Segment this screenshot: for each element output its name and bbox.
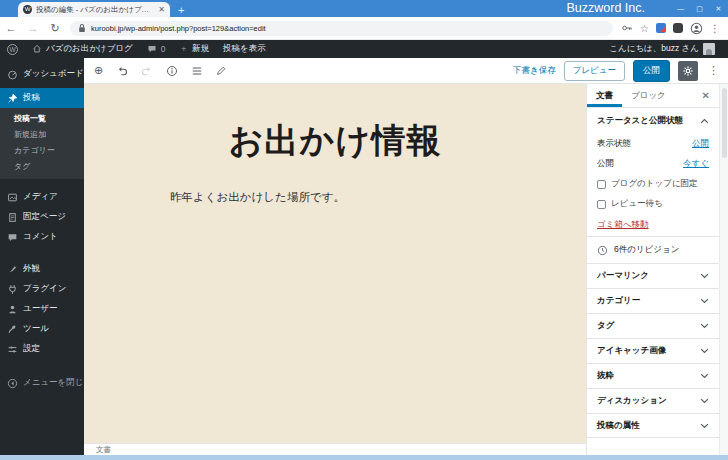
sidebar-item-settings[interactable]: 設定 xyxy=(0,339,84,359)
publish-row: 公開 今すぐ xyxy=(587,154,719,174)
redo-icon[interactable] xyxy=(141,65,153,76)
greeting-label: こんにちは、buzz さん xyxy=(609,43,699,55)
post-paragraph[interactable]: 昨年よくお出かけした場所です。 xyxy=(170,190,586,205)
collapse-menu-button[interactable]: メニューを閉じる xyxy=(0,373,84,393)
more-options-icon[interactable]: ⋮ xyxy=(706,64,721,77)
chevron-up-icon xyxy=(700,118,709,124)
submenu-item-add-new[interactable]: 新規追加 xyxy=(0,126,84,142)
save-draft-button[interactable]: 下書き保存 xyxy=(513,65,556,77)
browser-menu-icon[interactable]: ⋮ xyxy=(710,23,720,34)
sidebar-item-appearance[interactable]: 外観 xyxy=(0,259,84,279)
sidebar-item-posts[interactable]: 投稿 xyxy=(0,88,84,108)
sticky-checkbox-row: ブログのトップに固定 xyxy=(587,174,719,194)
key-icon[interactable] xyxy=(621,22,633,34)
sidebar-label: メニューを閉じる xyxy=(23,377,92,389)
section-discussion[interactable]: ディスカッション xyxy=(587,388,719,413)
editor-canvas[interactable]: お出かけ情報 昨年よくお出かけした場所です。 xyxy=(84,84,586,443)
section-featured-image[interactable]: アイキャッチ画像 xyxy=(587,338,719,363)
new-content-menu[interactable]: ＋ 新規 xyxy=(173,40,217,58)
window-brand-text: Buzzword Inc. xyxy=(566,1,645,15)
pending-checkbox[interactable] xyxy=(597,200,606,209)
comment-bubble-icon xyxy=(147,44,157,54)
sidebar-label: コメント xyxy=(23,231,58,243)
sidebar-item-media[interactable]: メディア xyxy=(0,187,84,207)
preview-button[interactable]: プレビュー xyxy=(564,61,625,81)
section-post-attributes[interactable]: 投稿の属性 xyxy=(587,413,719,438)
forward-icon[interactable]: → xyxy=(22,22,44,34)
section-permalink[interactable]: パーマリンク xyxy=(587,263,719,288)
sidebar-item-comments[interactable]: コメント xyxy=(0,227,84,247)
section-label: 抜粋 xyxy=(597,370,614,382)
scrollbar-thumb[interactable] xyxy=(722,88,727,158)
comments-menu[interactable]: 0 xyxy=(140,40,173,58)
account-menu[interactable]: こんにちは、buzz さん xyxy=(602,40,728,58)
sidebar-item-plugins[interactable]: プラグイン xyxy=(0,279,84,299)
new-tab-button[interactable]: + xyxy=(178,4,184,16)
posts-submenu: 投稿一覧 新規追加 カテゴリー タグ xyxy=(0,108,84,179)
add-block-icon[interactable]: ⊕ xyxy=(94,64,103,77)
publish-value-link[interactable]: 今すぐ xyxy=(683,158,709,170)
profile-icon[interactable] xyxy=(690,22,703,35)
back-icon[interactable]: ← xyxy=(0,22,22,34)
comment-count: 0 xyxy=(161,44,166,54)
panel-scrollbar[interactable] xyxy=(719,84,728,455)
address-bar[interactable]: kuroobi.jp/wp-admin/post.php?post=129&ac… xyxy=(70,21,613,36)
sidebar-item-dashboard[interactable]: ダッシュボード xyxy=(0,64,84,84)
sidebar-label: 固定ページ xyxy=(23,211,66,223)
chevron-down-icon xyxy=(700,273,709,279)
visibility-value-link[interactable]: 公開 xyxy=(692,138,709,150)
editor-footer: 文書 xyxy=(84,443,586,455)
home-icon xyxy=(32,44,42,54)
collapse-arrow-icon xyxy=(7,378,18,389)
browser-toolbar: ← → ↻ kuroobi.jp/wp-admin/post.php?post=… xyxy=(0,17,728,40)
sidebar-label: プラグイン xyxy=(23,283,67,295)
wp-admin-bar: W バズのお出かけブログ 0 ＋ 新規 投稿を表示 こんにちは、buzz さん xyxy=(0,40,728,58)
sidebar-label: ユーザー xyxy=(23,303,57,315)
window-controls: — ▢ ✕ xyxy=(671,0,728,17)
section-status[interactable]: ステータスと公開状態 xyxy=(587,108,719,134)
submenu-item-categories[interactable]: カテゴリー xyxy=(0,142,84,158)
footer-breadcrumb[interactable]: 文書 xyxy=(96,445,111,455)
toolbar-icons: ☆ ⋮ xyxy=(621,22,728,35)
section-categories[interactable]: カテゴリー xyxy=(587,288,719,313)
chevron-down-icon xyxy=(700,373,709,379)
sidebar-item-users[interactable]: ユーザー xyxy=(0,299,84,319)
publish-button[interactable]: 公開 xyxy=(633,60,670,82)
undo-icon[interactable] xyxy=(116,65,128,76)
block-navigation-icon[interactable] xyxy=(191,66,203,76)
submenu-item-all-posts[interactable]: 投稿一覧 xyxy=(0,110,84,126)
section-label: ステータスと公開状態 xyxy=(597,115,683,127)
extension-capture-icon[interactable] xyxy=(656,23,666,33)
section-excerpt[interactable]: 抜粋 xyxy=(587,363,719,388)
submenu-item-tags[interactable]: タグ xyxy=(0,158,84,174)
tab-block[interactable]: ブロック xyxy=(622,84,675,107)
refresh-icon[interactable]: ↻ xyxy=(44,22,66,35)
edit-pencil-icon[interactable] xyxy=(216,65,227,76)
info-icon[interactable] xyxy=(166,65,178,77)
post-title[interactable]: お出かけ情報 xyxy=(84,118,586,164)
browser-titlebar: W 投稿の編集 - バズのお出かけブログ - ✕ + Buzzword Inc.… xyxy=(0,0,728,17)
admin-sidebar: ダッシュボード 投稿 投稿一覧 新規追加 カテゴリー タグ メディア 固定ページ… xyxy=(0,58,84,455)
close-button[interactable]: ✕ xyxy=(709,0,728,17)
site-name-menu[interactable]: バズのお出かけブログ xyxy=(25,40,140,58)
wp-logo-menu[interactable]: W xyxy=(0,40,25,58)
panel-close-icon[interactable]: ✕ xyxy=(693,84,719,107)
minimize-button[interactable]: — xyxy=(671,0,690,17)
move-to-trash-link[interactable]: ゴミ箱へ移動 xyxy=(597,219,649,231)
url-text[interactable]: kuroobi.jp/wp-admin/post.php?post=129&ac… xyxy=(91,24,266,33)
view-post-menu[interactable]: 投稿を表示 xyxy=(216,40,273,58)
sticky-label: ブログのトップに固定 xyxy=(611,178,698,190)
maximize-button[interactable]: ▢ xyxy=(690,0,709,17)
tab-close-icon[interactable]: ✕ xyxy=(158,5,165,14)
extension-icon[interactable] xyxy=(673,23,683,33)
settings-toggle-button[interactable] xyxy=(678,61,698,81)
revisions-row[interactable]: 6件のリビジョン xyxy=(587,236,719,263)
browser-tab[interactable]: W 投稿の編集 - バズのお出かけブログ - ✕ xyxy=(18,2,170,17)
panel-tabs: 文書 ブロック ✕ xyxy=(587,84,719,108)
bookmark-star-icon[interactable]: ☆ xyxy=(640,23,649,34)
sidebar-item-tools[interactable]: ツール xyxy=(0,319,84,339)
sidebar-item-pages[interactable]: 固定ページ xyxy=(0,207,84,227)
tab-document[interactable]: 文書 xyxy=(587,84,622,107)
section-tags[interactable]: タグ xyxy=(587,313,719,338)
sticky-checkbox[interactable] xyxy=(597,180,606,189)
